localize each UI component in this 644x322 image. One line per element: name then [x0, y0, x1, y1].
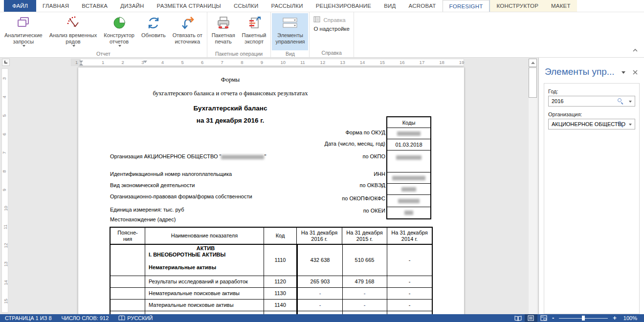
table-row-name: Материальные поисковые активы — [145, 300, 264, 311]
report-designer-button[interactable]: Конструктор отчетов — [100, 13, 138, 50]
controls-toggle-button[interactable]: Элементы управления — [272, 13, 308, 50]
ruler-number: 8 — [1, 170, 7, 172]
codes-header: Коды — [387, 117, 430, 128]
ruler-number: 6 — [1, 133, 7, 135]
close-icon — [632, 69, 638, 75]
batch-export-icon — [246, 15, 263, 31]
hanging-indent-marker[interactable] — [79, 63, 83, 65]
ruler-number: 15 — [379, 60, 385, 65]
organization-combobox[interactable]: АКЦИОНЕРНОЕ ОБЩЕСТВО — [548, 119, 635, 129]
label-okud: Форма по ОКУД — [110, 129, 385, 135]
batch-export-button[interactable]: Пакетный экспорт — [239, 13, 270, 50]
table-cell-code: 1140 — [264, 300, 297, 311]
pane-menu-caret-icon[interactable] — [622, 71, 625, 74]
tab-insert[interactable]: ВСТАВКА — [75, 0, 114, 12]
search-icon[interactable] — [618, 98, 624, 105]
horizontal-ruler[interactable]: 112345678910111213141516171819 — [71, 59, 464, 66]
tab-acrobat[interactable]: ACROBAT — [402, 0, 442, 12]
zoom-in-button[interactable]: + — [611, 315, 619, 322]
table-cell-code: 1130 — [264, 288, 297, 300]
collapse-ribbon-button[interactable] — [632, 45, 638, 54]
tab-file[interactable]: ФАЙЛ — [4, 0, 36, 12]
codes-value-okei — [387, 207, 430, 218]
balance-table: Поясне- ния Наименование показателя Код … — [110, 227, 433, 314]
scrollbar-thumb[interactable] — [529, 67, 537, 98]
tab-page-layout[interactable]: РАЗМЕТКА СТРАНИЦЫ — [151, 0, 227, 12]
tab-home[interactable]: ГЛАВНАЯ — [36, 0, 75, 12]
word-count[interactable]: ЧИСЛО СЛОВ: 912 — [57, 314, 114, 322]
codes-table: Коды 01.03.2018 — [386, 116, 431, 219]
ribbon-group-help: Справка О надстройке Справка — [310, 12, 354, 57]
refresh-button[interactable]: Обновить — [138, 13, 169, 50]
tab-references[interactable]: ССЫЛКИ — [227, 0, 265, 12]
org-name-redacted — [221, 155, 264, 159]
table-cell-2014: - — [387, 245, 432, 276]
ruler-number: 14 — [360, 60, 365, 65]
codes-value-inn — [387, 172, 430, 184]
zoom-slider[interactable] — [559, 314, 608, 322]
table-row-name: АКТИВ I. ВНЕОБОРОТНЫЕ АКТИВЫ Нематериаль… — [145, 245, 264, 276]
codes-value-date: 01.03.2018 — [387, 139, 430, 150]
ruler-number: 17 — [420, 60, 425, 65]
scroll-up-button[interactable] — [529, 59, 537, 67]
table-cell-2016: 432 638 — [297, 245, 343, 276]
chevron-down-icon[interactable] — [629, 101, 632, 103]
pane-controls-box: Год: 2016 Организация: АКЦИОНЕРНОЕ ОБЩЕС… — [544, 83, 640, 314]
ruler-number: 9 — [261, 60, 263, 65]
vertical-ruler[interactable]: 3456789101112131415 — [1, 68, 8, 313]
time-series-analysis-button[interactable]: Анализ временных рядов — [46, 13, 101, 50]
document-workspace: 112345678910111213141516171819 345678910… — [0, 58, 538, 314]
year-combobox[interactable]: 2016 — [548, 96, 635, 107]
table-cell-2015: - — [342, 288, 387, 300]
document-page[interactable]: Формы бухгалтерского баланса и отчета о … — [78, 67, 464, 314]
tab-mailings[interactable]: РАССЫЛКИ — [265, 0, 309, 12]
ruler-number: 1 — [102, 60, 104, 65]
table-cell-code: 1120 — [264, 276, 297, 288]
tab-design[interactable]: ДИЗАЙН — [114, 0, 150, 12]
print-layout-button[interactable] — [525, 314, 537, 322]
unlink-source-button[interactable]: Отвязать от источника — [169, 13, 206, 50]
help-button[interactable]: Справка — [313, 16, 349, 24]
read-mode-button[interactable] — [512, 314, 525, 322]
document-scrollbar[interactable] — [529, 59, 537, 314]
ruler-number: 2 — [122, 60, 124, 65]
table-cell-2016: - — [297, 300, 343, 311]
search-icon[interactable] — [618, 121, 624, 128]
info-line-address: Местонахождение (адрес) — [110, 216, 176, 222]
tab-view[interactable]: ВИД — [378, 0, 402, 12]
report-designer-icon — [111, 15, 128, 31]
codes-value-okpo — [387, 150, 430, 172]
zoom-slider-thumb[interactable] — [582, 316, 585, 321]
col-header-code: Код — [264, 228, 297, 245]
about-addin-button[interactable]: О надстройке — [313, 26, 349, 32]
tab-table-layout[interactable]: МАКЕТ — [545, 0, 577, 12]
ruler-number: 5 — [1, 114, 7, 117]
ruler-number: 8 — [241, 60, 243, 65]
page-indicator[interactable]: СТРАНИЦА 1 ИЗ 8 — [0, 314, 57, 322]
tab-table-design[interactable]: КОНСТРУКТОР — [490, 0, 545, 12]
proofing-book-icon — [118, 315, 125, 321]
ruler-number: 16 — [400, 60, 405, 65]
proofing-status[interactable]: РУССКИЙ — [113, 314, 157, 322]
analytic-queries-button[interactable]: Аналитические запросы — [1, 13, 46, 50]
read-mode-icon — [514, 316, 522, 321]
web-layout-button[interactable] — [537, 314, 550, 322]
chevron-down-icon[interactable] — [629, 124, 632, 126]
zoom-level[interactable]: 100% — [619, 314, 644, 322]
codes-value-okopf — [387, 195, 430, 207]
ruler-number: 12 — [3, 243, 8, 248]
ruler-number: 7 — [1, 151, 7, 154]
doc-subtitle-line1: Бухгалтерский баланс — [110, 105, 351, 112]
controls-icon — [282, 15, 298, 31]
batch-print-button[interactable]: Пакетная печать — [208, 13, 239, 50]
ruler-number: 15 — [3, 299, 8, 304]
tab-review[interactable]: РЕЦЕНЗИРОВАНИЕ — [310, 0, 378, 12]
zoom-out-button[interactable]: - — [550, 315, 556, 322]
pane-close-button[interactable] — [632, 68, 638, 77]
tab-foresight-active[interactable]: FORESIGHT — [443, 0, 490, 12]
tab-stop-selector[interactable] — [2, 59, 10, 66]
ruler-number: 6 — [201, 60, 203, 65]
year-value: 2016 — [552, 98, 563, 104]
ruler-number: 13 — [3, 261, 8, 267]
batch-print-icon — [215, 15, 232, 31]
